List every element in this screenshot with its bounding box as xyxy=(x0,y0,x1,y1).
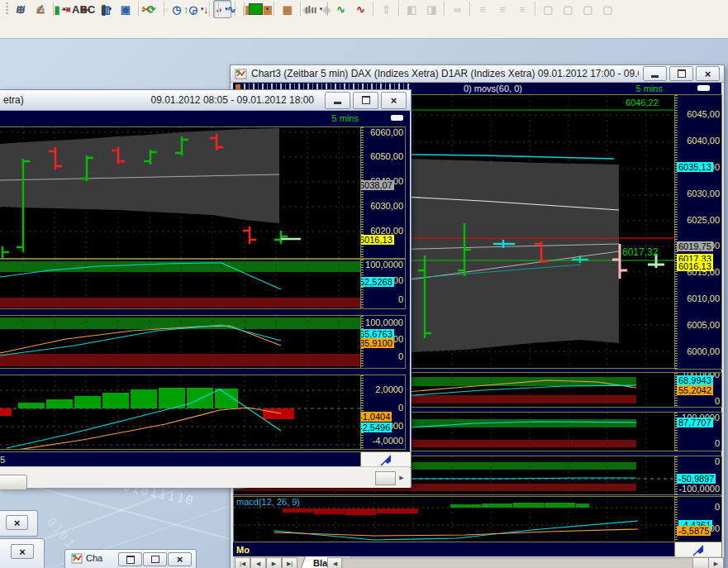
macd-label: macd(12, 26, 9) xyxy=(236,497,300,507)
chart3-price-axis[interactable]: 6045,00 6040,00 6035,00 6030,00 6025,00 … xyxy=(674,94,722,370)
toolbar-page-prev-icon[interactable]: ◧ xyxy=(402,0,421,18)
close-price-badge: 6016,13 xyxy=(360,235,394,245)
toolbar-separator xyxy=(535,2,535,17)
toolbar-find-binoculars-icon[interactable]: ∞ xyxy=(448,0,466,18)
minimize-button[interactable] xyxy=(643,66,667,81)
left-stoch-a-axis: 100,0000 50,0000 0 52,5268 xyxy=(360,259,406,309)
left-chart-window: etra) 09.01.2012 08:05 - 09.01.2012 18:0… xyxy=(0,89,412,488)
hscroll-right-button[interactable]: ▶ xyxy=(396,471,407,484)
toolbar-separator xyxy=(398,2,399,17)
toolbar-row-2: ///∠▮▼ABC∥▼+✂▫↑↓∿▼◆◆◆ xyxy=(0,0,336,18)
close-button[interactable]: × xyxy=(696,66,720,81)
sheet-tab-bar: |◀ ◀ ▶ ▶| Blatt1 ◀ ▶ xyxy=(233,556,721,568)
toolbar-indicator-chart-icon[interactable]: ∿ xyxy=(222,0,240,18)
sheet-nav-next[interactable]: ▶ xyxy=(266,557,282,568)
chart3-titlebar[interactable]: Chart3 (Zeitbar 5 min) DAX (Indizes Xetr… xyxy=(231,65,724,83)
chart3-time-axis: Mo xyxy=(233,542,674,557)
toolbar-layout-list-1-icon[interactable]: ≡ xyxy=(473,0,492,18)
scroll-mini-button[interactable] xyxy=(391,115,403,121)
window-fragment-1: × xyxy=(0,510,38,537)
close-button[interactable]: × xyxy=(6,515,28,530)
toolbar-screen-4-icon[interactable]: ▢ xyxy=(598,0,616,18)
close-price-badge: 6016,13 xyxy=(677,261,713,271)
toolbar-layout-list-2-icon[interactable]: ≡ xyxy=(493,0,512,18)
hscroll-right-button[interactable]: ▶ xyxy=(708,557,724,568)
toolbar-screen-3-icon[interactable]: ▢ xyxy=(578,0,597,18)
toolbar-fibonacci-icon[interactable]: ∠ xyxy=(31,0,50,18)
left-price-axis[interactable]: 6060,00 6050,00 6040,00 6030,00 6020,00 … xyxy=(360,126,406,259)
window-fragment-2: × xyxy=(0,538,45,568)
price-badge-partial: 6017,33 xyxy=(677,254,713,261)
minimized-chart-window[interactable]: Cha × xyxy=(64,549,197,568)
flag-icon xyxy=(691,543,706,556)
toolbar-arrow-down-icon[interactable]: ↓ xyxy=(197,0,215,18)
application-screen: 01011110 1011101 0101 ⊕⊖⇥⇤▥▣⟳◷◶▼◕▼▦▦▩ılı… xyxy=(0,0,728,568)
toolbar-trend-lines-icon[interactable]: /// xyxy=(12,0,30,18)
scroll-mini-button[interactable] xyxy=(697,85,710,91)
last-price-value: 6017,32 xyxy=(622,246,658,258)
toolbar-order-tool-2-icon[interactable]: ◆ xyxy=(297,0,316,18)
toolbar-chart-note-red-icon[interactable]: ∿ xyxy=(351,0,369,18)
main-toolbar: ⊕⊖⇥⇤▥▣⟳◷◶▼◕▼▦▦▩ılıı▼∿∿⇧◧◨∞≡≡≡▢▢▢▢ ///∠▮▼… xyxy=(0,0,728,39)
chart-document-icon xyxy=(71,553,83,564)
close-button[interactable]: × xyxy=(168,552,192,566)
last-bar-badge: 6019,75 xyxy=(677,241,713,251)
toolbar-parallel-lines-icon[interactable]: ∥▼ xyxy=(98,0,116,18)
minimize-button[interactable] xyxy=(325,92,350,109)
minimized-window-title: Cha xyxy=(86,553,102,563)
toolbar-color-swatch-icon[interactable]: ▼ xyxy=(248,0,270,18)
left-hscroll-strip: ▶ xyxy=(0,466,410,488)
sheet-nav-prev[interactable]: ◀ xyxy=(250,557,266,568)
toolbar-select-region-icon[interactable]: ▫ xyxy=(157,0,175,18)
close-button[interactable]: × xyxy=(11,544,34,559)
toolbar-position-marker-icon[interactable]: ▮▼ xyxy=(51,0,69,18)
last-bar-badge: 6038,07 xyxy=(360,180,394,190)
toolbar-separator xyxy=(469,2,470,17)
left-macd-panel[interactable] xyxy=(0,375,362,450)
toolbar-publish-icon[interactable]: ⇧ xyxy=(377,0,395,18)
toolbar-screen-1-icon[interactable]: ▢ xyxy=(539,0,557,18)
toolbar-separator xyxy=(244,2,245,17)
scroll-to-end-corner[interactable] xyxy=(674,542,722,558)
toolbar-cut-tool-icon[interactable]: ✂ xyxy=(137,0,155,18)
interval-label: 5 mins xyxy=(332,113,359,123)
left-stoch-panel-a[interactable] xyxy=(0,259,362,309)
left-time-axis: 5 xyxy=(0,451,360,467)
toolbar-move-tool-icon[interactable]: + xyxy=(117,0,136,18)
time-partial-label: 5 xyxy=(0,455,5,465)
left-window-client: 5 mins xyxy=(0,111,410,487)
left-stoch-panel-b[interactable] xyxy=(0,315,362,369)
toolbar-text-tool-icon[interactable]: ABC xyxy=(71,0,96,18)
close-button[interactable]: × xyxy=(381,92,407,109)
scroll-to-end-corner[interactable] xyxy=(360,451,412,468)
restore-button[interactable] xyxy=(118,552,142,566)
restore-button[interactable] xyxy=(353,92,378,109)
left-macd-axis: 2,0000 0 -2,0000 -4,0000 -1,0404 -2,5496 xyxy=(360,375,406,450)
session-high-value: 6046,22 xyxy=(626,98,659,107)
interval-label: 5 mins xyxy=(636,84,663,93)
hscroll-track[interactable] xyxy=(341,557,708,568)
toolbar-separator xyxy=(444,2,445,17)
underlying-button-fragment xyxy=(0,475,27,490)
sheet-nav-first[interactable]: |◀ xyxy=(235,557,250,568)
toolbar-arrow-up-icon[interactable]: ↑ xyxy=(177,0,195,18)
sheet-nav-last[interactable]: ▶| xyxy=(282,557,297,568)
toolbar-grip xyxy=(6,2,8,16)
chart3-title: Chart3 (Zeitbar 5 min) DAX (Indizes Xetr… xyxy=(251,68,639,79)
toolbar-order-tool-3-icon[interactable]: ◆ xyxy=(317,0,335,18)
hscroll-thumb[interactable] xyxy=(375,471,396,485)
restore-button[interactable] xyxy=(669,66,693,81)
toolbar-page-next-icon[interactable]: ◨ xyxy=(422,0,440,18)
toolbar-layout-list-3-icon[interactable]: ≡ xyxy=(513,0,531,18)
toolbar-screen-2-icon[interactable]: ▢ xyxy=(559,0,577,18)
toolbar-order-tool-1-icon[interactable]: ◆ xyxy=(278,0,296,18)
hscroll-thumb[interactable] xyxy=(692,557,709,568)
legend-formula: 0) movs(60, 0) xyxy=(464,84,522,93)
flag-icon xyxy=(378,453,393,466)
left-stoch-b-axis: 100,0000 50,0000 0 65,6763 35,9100 xyxy=(360,315,406,369)
left-window-titlebar[interactable]: etra) 09.01.2012 08:05 - 09.01.2012 18:0… xyxy=(0,90,411,111)
toolbar-separator xyxy=(373,2,374,17)
left-main-panel[interactable] xyxy=(0,126,362,259)
macd-axis: 0 -5,0000 -4,4361 -5,5875 xyxy=(674,496,722,543)
maximize-button[interactable] xyxy=(143,552,167,566)
